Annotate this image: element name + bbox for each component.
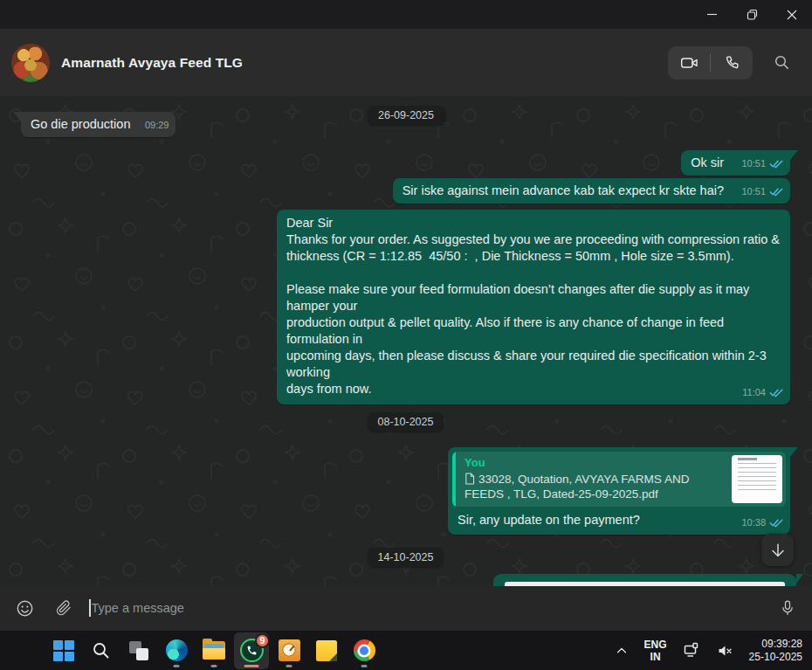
message-text: Dear Sir Thanks for your order. As sugge… bbox=[286, 216, 780, 396]
read-double-check-icon bbox=[769, 159, 783, 169]
message-meta: 09:29 bbox=[145, 117, 169, 134]
attach-icon bbox=[55, 599, 72, 617]
edge-taskbar-button[interactable] bbox=[159, 632, 194, 669]
whatsapp-taskbar-button[interactable]: 9 bbox=[234, 632, 269, 669]
voice-call-icon bbox=[724, 54, 740, 71]
emoji-button[interactable] bbox=[12, 596, 38, 621]
read-double-check-icon bbox=[769, 518, 783, 528]
text-caret bbox=[89, 599, 91, 617]
active-app-indicator bbox=[244, 665, 259, 667]
search-in-chat-button[interactable] bbox=[767, 48, 796, 78]
conversation-panel: 26-09-2025 Go die production 09:29 Ok si… bbox=[0, 96, 812, 586]
message-meta: 10:51 bbox=[741, 155, 783, 172]
sticky-notes-icon bbox=[316, 640, 337, 661]
partial-attachment-preview bbox=[505, 582, 785, 586]
outlook-icon bbox=[279, 639, 300, 661]
clock-tray-button[interactable]: 09:39:2825-10-2025 bbox=[747, 635, 805, 667]
header-actions bbox=[668, 46, 796, 79]
message-text: Sir iske against mein advance kab tak ex… bbox=[403, 183, 724, 197]
message-meta: 10:51 bbox=[741, 183, 783, 200]
volume-muted-button[interactable] bbox=[714, 640, 735, 661]
minimize-button[interactable] bbox=[692, 0, 732, 29]
scroll-to-bottom-button[interactable] bbox=[761, 534, 794, 566]
video-call-icon bbox=[680, 54, 698, 72]
call-button-group bbox=[668, 46, 753, 79]
contact-name: Amarnath Avyaya Feed TLG bbox=[61, 55, 243, 71]
running-indicator bbox=[174, 665, 180, 667]
taskbar-apps: 9 bbox=[46, 631, 382, 670]
restore-button[interactable] bbox=[732, 0, 772, 29]
outgoing-message-bubble[interactable]: You 33028, Quotation, AVYAYA FARMS AND F… bbox=[448, 447, 790, 535]
volume-muted-icon bbox=[717, 643, 733, 659]
file-explorer-icon bbox=[203, 641, 225, 660]
message-meta: 10:38 bbox=[741, 515, 783, 531]
minimize-icon bbox=[706, 9, 718, 20]
incoming-message-bubble[interactable]: Go die production 09:29 bbox=[21, 112, 175, 137]
file-explorer-taskbar-button[interactable] bbox=[196, 632, 231, 669]
date-divider-row: 08-10-2025 bbox=[21, 412, 790, 432]
message-row: You 33028, Quotation, AVYAYA FARMS AND F… bbox=[21, 447, 790, 535]
contact-profile[interactable]: Amarnath Avyaya Feed TLG bbox=[11, 44, 243, 82]
tray-date: 25-10-2025 bbox=[749, 651, 802, 663]
message-time: 09:29 bbox=[145, 117, 169, 134]
task-view-icon bbox=[128, 640, 149, 661]
network-icon bbox=[684, 642, 700, 659]
language-indicator[interactable]: ENGIN bbox=[642, 636, 670, 666]
chrome-taskbar-button[interactable] bbox=[347, 632, 382, 669]
outlook-taskbar-button[interactable] bbox=[272, 632, 306, 669]
message-time: 11:04 bbox=[742, 384, 766, 401]
date-divider: 14-10-2025 bbox=[368, 548, 444, 567]
outgoing-message-bubble[interactable]: Ok sir 10:51 bbox=[681, 150, 790, 176]
read-double-check-icon bbox=[769, 187, 783, 197]
message-meta: 11:04 bbox=[742, 384, 783, 401]
message-time: 10:38 bbox=[741, 515, 766, 531]
voice-call-button[interactable] bbox=[711, 46, 753, 79]
message-composer bbox=[0, 586, 812, 630]
message-text: Go die production bbox=[31, 117, 130, 131]
close-button[interactable] bbox=[772, 0, 812, 29]
chrome-icon bbox=[354, 639, 375, 661]
sticky-notes-taskbar-button[interactable] bbox=[309, 632, 344, 669]
message-row: Dear Sir Thanks for your order. As sugge… bbox=[21, 210, 790, 404]
network-tray-button[interactable] bbox=[681, 639, 703, 661]
running-indicator bbox=[361, 665, 368, 667]
window-titlebar bbox=[0, 0, 812, 29]
close-icon bbox=[787, 10, 797, 20]
outgoing-message-bubble[interactable]: Dear Sir Thanks for your order. As sugge… bbox=[277, 210, 790, 404]
language-region: IN bbox=[650, 651, 661, 663]
mic-icon bbox=[779, 599, 796, 617]
whatsapp-window: Amarnath Avyaya Feed TLG bbox=[0, 0, 812, 670]
tray-time: 09:39:28 bbox=[761, 638, 802, 650]
outgoing-message-bubble[interactable]: Sir iske against mein advance kab tak ex… bbox=[393, 178, 790, 204]
running-indicator bbox=[211, 665, 217, 667]
chat-header: Amarnath Avyaya Feed TLG bbox=[0, 29, 812, 96]
voice-message-button[interactable] bbox=[775, 596, 800, 620]
message-time: 10:51 bbox=[741, 183, 766, 200]
message-list: Go die production 09:29 Ok sir 10:51 bbox=[0, 96, 812, 586]
message-row: Ok sir 10:51 bbox=[21, 150, 790, 176]
arrow-down-icon bbox=[768, 541, 788, 560]
partially-visible-message-bubble[interactable] bbox=[493, 574, 796, 586]
date-divider: 08-10-2025 bbox=[368, 412, 444, 432]
task-view-button[interactable] bbox=[121, 632, 156, 669]
message-text: Sir, any update on the payment? bbox=[458, 513, 640, 527]
language-code: ENG bbox=[644, 639, 667, 651]
quoted-message[interactable]: You 33028, Quotation, AVYAYA FARMS AND F… bbox=[452, 452, 786, 507]
edge-icon bbox=[166, 639, 188, 661]
restore-icon bbox=[747, 9, 758, 20]
avatar bbox=[11, 44, 50, 82]
message-input[interactable] bbox=[92, 595, 767, 621]
start-button[interactable] bbox=[46, 632, 81, 669]
taskbar-search-button[interactable] bbox=[84, 632, 119, 669]
unread-badge: 9 bbox=[255, 633, 270, 648]
message-row: Sir iske against mein advance kab tak ex… bbox=[21, 178, 790, 204]
document-icon bbox=[464, 473, 475, 485]
running-indicator bbox=[286, 665, 292, 667]
hidden-icons-button[interactable] bbox=[613, 642, 630, 660]
windows-start-icon bbox=[53, 640, 74, 661]
sticky-date-indicator: 26-09-2025 bbox=[368, 106, 444, 125]
attach-button[interactable] bbox=[52, 596, 76, 620]
read-double-check-icon bbox=[769, 388, 783, 397]
attachment-filename: 33028, Quotation, AVYAYA FARMS AND FEEDS… bbox=[464, 473, 689, 501]
video-call-button[interactable] bbox=[668, 46, 710, 79]
